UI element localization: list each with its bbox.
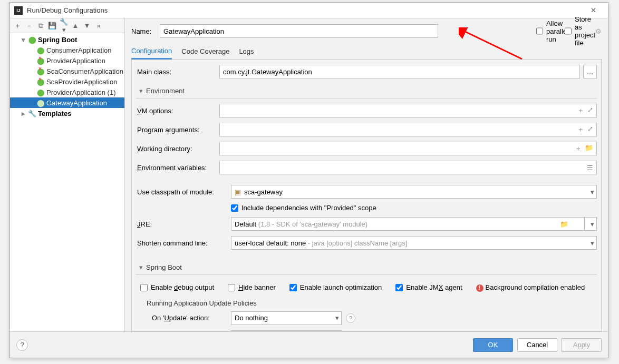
copy-icon[interactable]: ⧉ (36, 22, 45, 30)
include-deps-checkbox[interactable]: Include dependencies with "Provided" sco… (231, 204, 376, 212)
gear-icon[interactable]: ⚙ (595, 27, 602, 35)
on-update-select[interactable]: Do nothing▾ (231, 311, 342, 325)
jre-label: JRE: (136, 220, 231, 228)
name-input[interactable] (160, 24, 438, 38)
chevron-down-icon: ▾ (22, 36, 28, 44)
help-icon[interactable]: ? (346, 313, 355, 323)
list-icon[interactable]: ☰ (587, 164, 593, 172)
dialog-title: Run/Debug Configurations (27, 6, 583, 14)
add-icon[interactable]: ＋ (13, 21, 22, 31)
chevron-down-icon: ▾ (591, 220, 594, 228)
tab-configuration[interactable]: Configuration (131, 44, 172, 60)
vm-options-label: VM options: (136, 107, 219, 115)
jre-select[interactable]: Default (1.8 - SDK of 'sca-gateway' modu… (231, 217, 584, 231)
tab-logs[interactable]: Logs (239, 44, 254, 60)
main-panel: Name: Allow parallel run Store as projec… (125, 18, 608, 331)
remove-icon[interactable]: － (25, 21, 33, 31)
program-args-input[interactable]: ＋⤢ (219, 123, 597, 136)
tree-item[interactable]: ⬤ProviderApplication (1) (10, 87, 124, 97)
sidebar: ＋ － ⧉ 💾 🔧▾ ▲ ▼ » ▾ ⬤ Spring Boot ⬤Consum… (10, 18, 125, 331)
sidebar-toolbar: ＋ － ⧉ 💾 🔧▾ ▲ ▼ » (10, 18, 124, 33)
spring-leaf-icon: ⬤ (36, 99, 45, 107)
spring-leaf-error-icon: ⬤ (36, 67, 45, 75)
name-label: Name: (131, 27, 154, 35)
main-class-input[interactable] (219, 65, 580, 78)
wrench-icon[interactable]: 🔧▾ (60, 18, 68, 34)
chevron-down-icon: ▾ (139, 263, 143, 271)
module-icon: ▣ (235, 188, 241, 196)
chevron-down-icon: ▾ (591, 188, 594, 196)
program-args-label: Program arguments: (136, 126, 219, 134)
cancel-button[interactable]: Cancel (517, 338, 557, 352)
env-vars-label: Environment variables: (136, 164, 219, 172)
plus-icon[interactable]: ＋ (575, 144, 582, 153)
enable-debug-checkbox[interactable]: Enable debug output (140, 283, 214, 291)
vm-options-input[interactable]: ＋⤢ (219, 104, 597, 117)
classpath-label: Use classpath of module: (136, 188, 231, 196)
ok-button[interactable]: OK (473, 338, 513, 352)
plus-icon[interactable]: ＋ (577, 125, 584, 134)
enable-launch-checkbox[interactable]: Enable launch optimization (289, 283, 382, 291)
tree-item[interactable]: ⬤ScaProviderApplication (10, 76, 124, 87)
environment-section[interactable]: ▾Environment (136, 84, 597, 99)
spring-leaf-error-icon: ⬤ (36, 78, 45, 86)
bg-compile-status: !Background compilation enabled (476, 283, 585, 292)
chevron-down-icon: ▾ (591, 239, 594, 247)
up-icon[interactable]: ▲ (71, 22, 80, 29)
spring-leaf-icon: ⬤ (28, 36, 36, 44)
tree-spring-boot[interactable]: ▾ ⬤ Spring Boot (10, 34, 124, 45)
wrench-icon: 🔧 (28, 110, 36, 117)
allow-parallel-checkbox[interactable]: Allow parallel run (536, 19, 559, 43)
run-debug-dialog: IJ Run/Debug Configurations ✕ ＋ － ⧉ 💾 🔧▾… (9, 2, 608, 358)
enable-jmx-checkbox[interactable]: Enable JMX agent (395, 283, 462, 291)
tree-item-selected[interactable]: ⬤GatewayApplication (10, 97, 124, 108)
folder-icon[interactable]: 📁 (585, 144, 593, 153)
tree-templates[interactable]: ▸ 🔧 Templates (10, 108, 124, 119)
error-icon: ! (476, 284, 483, 292)
env-vars-input[interactable]: ☰ (219, 161, 597, 174)
hide-banner-checkbox[interactable]: Hide banner (228, 283, 276, 291)
close-icon[interactable]: ✕ (583, 6, 604, 14)
spring-leaf-error-icon: ⬤ (36, 57, 45, 65)
plus-icon[interactable]: ＋ (577, 106, 584, 115)
jre-dropdown-button[interactable]: ▾ (584, 217, 597, 231)
store-project-checkbox[interactable]: Store as project file (565, 15, 588, 47)
browse-main-class-button[interactable]: … (583, 65, 597, 78)
classpath-select[interactable]: ▣sca-gateway▾ (231, 185, 597, 199)
config-form: Main class: … ▾Environment VM options: ＋… (131, 60, 602, 331)
titlebar: IJ Run/Debug Configurations ✕ (10, 3, 608, 18)
expand-icon[interactable]: ⤢ (587, 125, 593, 134)
working-dir-label: Working directory: (136, 145, 219, 153)
apply-button[interactable]: Apply (562, 338, 602, 352)
config-tree: ▾ ⬤ Spring Boot ⬤ConsumerApplication ⬤Pr… (10, 33, 124, 331)
tree-item[interactable]: ⬤ProviderApplication (10, 55, 124, 66)
shorten-select[interactable]: user-local default: none - java [options… (231, 236, 597, 250)
shorten-label: Shorten command line: (136, 239, 231, 247)
on-update-label: On 'Update' action: (152, 314, 231, 322)
folder-icon[interactable]: 📁 (560, 220, 568, 228)
expand-icon[interactable]: » (94, 22, 103, 29)
tab-code-coverage[interactable]: Code Coverage (181, 44, 229, 60)
chevron-right-icon: ▸ (22, 110, 28, 117)
dialog-footer: ? OK Cancel Apply (10, 331, 608, 358)
help-button[interactable]: ? (16, 339, 28, 351)
app-icon: IJ (14, 6, 23, 15)
main-class-label: Main class: (136, 68, 219, 76)
working-dir-input[interactable]: ＋📁 (219, 142, 597, 155)
save-icon[interactable]: 💾 (48, 22, 56, 29)
tree-item[interactable]: ⬤ConsumerApplication (10, 45, 124, 55)
down-icon[interactable]: ▼ (83, 22, 91, 29)
expand-icon[interactable]: ⤢ (587, 106, 593, 115)
spring-leaf-icon: ⬤ (36, 88, 45, 96)
policies-header: Running Application Update Policies (136, 297, 597, 311)
tree-item[interactable]: ⬤ScaConsumerApplication (10, 66, 124, 76)
spring-boot-section[interactable]: ▾Spring Boot (136, 260, 597, 275)
spring-leaf-icon: ⬤ (36, 46, 45, 54)
tabs: Configuration Code Coverage Logs (131, 44, 602, 60)
chevron-down-icon: ▾ (335, 314, 339, 322)
chevron-down-icon: ▾ (139, 87, 143, 95)
